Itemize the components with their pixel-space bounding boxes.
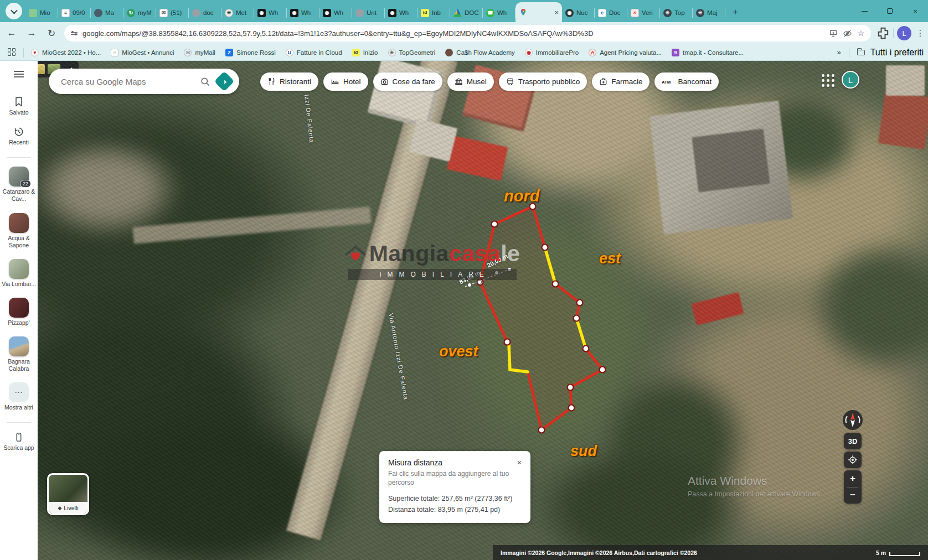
browser-tab[interactable]: Mio × <box>25 3 58 22</box>
google-apps-grid-icon[interactable] <box>821 73 836 89</box>
category-chip[interactable]: Ristoranti <box>260 72 318 91</box>
bookmark-item[interactable]: ✉ myMail <box>184 49 215 56</box>
category-chip[interactable]: Hotel <box>323 72 368 91</box>
browser-tab[interactable]: ↻ myM × <box>123 3 156 22</box>
browser-tab[interactable]: doc × <box>189 3 221 22</box>
maps-account-avatar[interactable]: L <box>842 71 859 89</box>
bookmarks-overflow-chevron[interactable]: » <box>837 48 841 56</box>
search-input[interactable] <box>60 76 193 87</box>
maps-search-bar[interactable] <box>49 69 239 94</box>
extensions-puzzle-icon[interactable] <box>875 25 891 41</box>
browser-tab[interactable]: DOC × <box>450 3 483 22</box>
site-settings-icon[interactable] <box>71 32 78 35</box>
chip-label: Farmacie <box>611 77 642 86</box>
browser-tab[interactable]: ◉ Nuc × <box>562 3 595 22</box>
bookmark-item[interactable]: ∩ MioGest • Annunci <box>111 49 174 56</box>
tab-favicon-icon: ◉ <box>257 9 266 17</box>
browser-tab[interactable]: ≡ 09/0 × <box>58 3 91 22</box>
browser-tab[interactable]: id Inb × <box>417 3 450 22</box>
install-icon[interactable] <box>829 29 838 38</box>
browser-tab[interactable]: ◉ Wh × <box>287 3 319 22</box>
url-text[interactable]: google.com/maps/@38.8355842,16.6309228,5… <box>83 29 824 38</box>
bookmark-star-icon[interactable]: ☆ <box>857 29 864 38</box>
browser-tab[interactable]: × <box>515 2 562 22</box>
directions-button[interactable] <box>214 71 235 92</box>
bookmark-item[interactable]: ♥ MioGest 2022 • Ho... <box>31 49 101 56</box>
sidebar-place-item[interactable]: Bagnara Calabra <box>1 336 37 372</box>
bookmark-label: Fatture in Cloud <box>297 49 342 56</box>
sidebar-item-saved[interactable]: Salvato <box>1 96 37 116</box>
new-tab-button[interactable]: + <box>728 4 743 20</box>
browser-tab[interactable]: ✳ Maj × <box>693 3 725 22</box>
close-icon[interactable]: × <box>514 457 525 468</box>
browser-profile-avatar[interactable]: L <box>897 26 911 40</box>
bookmark-icon <box>13 96 24 107</box>
bookmark-item[interactable]: Ca$h Flow Academy <box>445 49 514 56</box>
sidebar-place-item[interactable]: Via Lombar... <box>1 259 37 288</box>
category-chip[interactable]: Farmacie <box>592 72 649 91</box>
bookmark-label: MioGest • Annunci <box>122 49 174 56</box>
3d-toggle-button[interactable]: 3D <box>844 433 862 449</box>
bookmark-item[interactable]: Z Simone Rossi <box>225 49 276 56</box>
tab-label: Nuc <box>576 9 587 16</box>
category-chip[interactable]: Cose da fare <box>373 72 442 91</box>
all-bookmarks-label[interactable]: Tutti i preferiti <box>870 48 924 58</box>
maximize-button[interactable] <box>877 0 903 22</box>
my-location-button[interactable] <box>844 452 862 468</box>
bookmark-item[interactable]: 9 tmap.it - Consultare... <box>672 49 744 56</box>
category-chip[interactable]: ATM Bancomat <box>654 72 719 91</box>
scale-label: 5 m <box>876 549 886 556</box>
bookmark-item[interactable]: id Inizio <box>352 49 378 56</box>
browser-tab[interactable]: Unt × <box>352 3 385 22</box>
bookmark-label: myMail <box>195 49 215 56</box>
forward-button[interactable]: → <box>23 25 40 42</box>
browser-tab[interactable]: e Doc × <box>595 3 627 22</box>
back-button[interactable]: ← <box>3 25 20 42</box>
minimize-button[interactable] <box>852 0 877 22</box>
apps-grid-icon[interactable] <box>8 48 17 57</box>
bookmark-favicon-icon: U <box>286 49 293 56</box>
browser-tab[interactable]: Ma × <box>91 3 123 22</box>
sidebar-place-item[interactable]: 22 Catanzaro & Cav... <box>1 167 37 203</box>
category-chip[interactable]: Musei <box>447 72 494 91</box>
tab-favicon-icon <box>453 9 462 17</box>
bookmark-item[interactable]: U Fatture in Cloud <box>286 49 342 56</box>
category-chip[interactable]: Trasporto pubblico <box>499 72 587 91</box>
minimize-icon <box>862 11 868 12</box>
menu-hamburger-icon[interactable] <box>14 71 24 77</box>
zoom-in-button[interactable]: + <box>844 470 862 487</box>
browser-tab[interactable]: ◉ Wh × <box>254 3 287 22</box>
bookmarks-divider <box>23 48 24 58</box>
search-icon[interactable] <box>200 76 210 87</box>
compass-control[interactable] <box>842 409 863 431</box>
close-window-button[interactable]: × <box>903 0 928 22</box>
zoom-out-button[interactable]: − <box>844 488 862 504</box>
address-bar[interactable]: google.com/maps/@38.8355842,16.6309228,5… <box>64 25 871 42</box>
bookmark-item[interactable]: ✳ TopGeometri <box>388 49 436 56</box>
sidebar-place-item[interactable]: Pizzapp' <box>1 298 37 326</box>
sidebar-show-more[interactable]: ⋯ Mostra altri <box>1 382 37 411</box>
label-east: est <box>599 250 621 267</box>
browser-tab[interactable]: ✳ Top × <box>660 3 693 22</box>
reload-button[interactable]: ↻ <box>43 25 60 42</box>
layers-button[interactable]: ◆ Livelli <box>47 473 89 515</box>
sidebar-place-item[interactable]: Acqua & Sapone <box>1 213 37 249</box>
agency-watermark: Mangiacasale IMMOBILIARE <box>332 241 532 280</box>
tab-close-icon[interactable]: × <box>554 8 559 17</box>
browser-tab[interactable]: ◉ Wh × <box>319 3 352 22</box>
eye-off-icon[interactable] <box>843 29 852 38</box>
browser-tab[interactable]: ☎ Wh × <box>483 3 515 22</box>
browser-tab[interactable]: × Veri × <box>627 3 660 22</box>
map-canvas[interactable]: nord est ovest sud 83,95 m 20,00 m Izzi … <box>0 61 928 560</box>
browser-menu-kebab-icon[interactable]: ⋮ <box>912 25 928 41</box>
sidebar-item-recents[interactable]: Recenti <box>1 126 37 146</box>
tab-favicon-icon <box>355 9 364 17</box>
browser-tab[interactable]: ✳ Met × <box>221 3 254 22</box>
bookmark-item[interactable]: ◉ ImmobiliarePro <box>525 49 579 56</box>
tab-search-button[interactable] <box>6 3 22 19</box>
bookmark-item[interactable]: A Agent Pricing valuta... <box>589 49 662 56</box>
browser-tab[interactable]: ◉ Wh × <box>385 3 417 22</box>
browser-tab[interactable]: ✉ (51) × <box>156 3 189 22</box>
sidebar-download-app[interactable]: Scarica app <box>1 432 37 452</box>
bookmark-label: Simone Rossi <box>236 49 276 56</box>
